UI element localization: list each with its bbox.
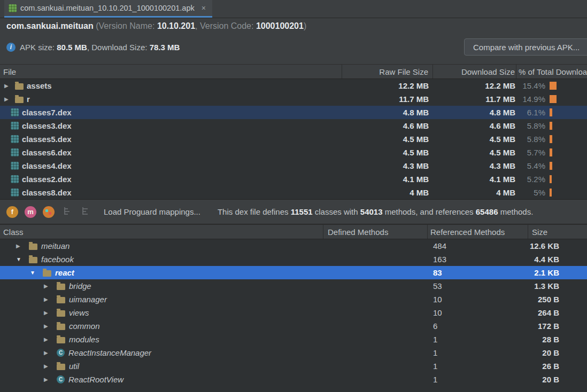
percent-cell: 14.9% xyxy=(516,95,587,104)
spacer xyxy=(0,60,587,64)
compare-with-previous-apk-button[interactable]: Compare with previous APK... xyxy=(464,38,587,56)
show-all-classes-toggle-icon[interactable] xyxy=(43,206,55,218)
expand-arrow-icon[interactable]: ▶ xyxy=(44,296,57,302)
package-folder-icon xyxy=(57,310,65,317)
column-header-raw-file-size[interactable]: Raw File Size xyxy=(342,65,433,79)
expand-arrow-icon[interactable]: ▶ xyxy=(4,83,15,89)
class-name: common xyxy=(69,322,100,331)
class-name-cell: ▶modules xyxy=(0,335,323,344)
percent-bar xyxy=(550,189,552,197)
file-name: r xyxy=(27,95,30,104)
expand-arrow-icon[interactable]: ▶ xyxy=(44,323,57,329)
percent-bar xyxy=(550,108,552,116)
download-size-value: 4.5 MB xyxy=(433,148,516,157)
class-row[interactable]: ▶CReactRootView120 B xyxy=(0,373,587,386)
class-row[interactable]: ▶bridge531.3 KB xyxy=(0,279,587,293)
class-name-cell: ▶views xyxy=(0,308,323,317)
expand-arrow-icon[interactable]: ▶ xyxy=(44,283,57,289)
file-row[interactable]: classes4.dex4.3 MB4.3 MB5.4% xyxy=(0,159,587,173)
raw-file-size-value: 4.1 MB xyxy=(342,175,433,184)
percent-bar xyxy=(550,122,552,130)
load-proguard-mappings-button[interactable]: Load Proguard mappings... xyxy=(104,207,200,216)
percent-bar xyxy=(550,135,552,143)
package-folder-icon xyxy=(43,270,51,277)
raw-file-size-value: 4.5 MB xyxy=(342,148,433,157)
class-row[interactable]: ▶meituan48412.6 KB xyxy=(0,239,587,253)
file-name: classes2.dex xyxy=(22,175,72,184)
show-fields-toggle-icon[interactable]: f xyxy=(6,206,18,218)
apk-tab-title: com.sankuai.meituan_10.10.201_1000100201… xyxy=(20,4,195,12)
expand-arrow-icon[interactable]: ▶ xyxy=(16,243,29,249)
percent-bar xyxy=(550,95,557,103)
referenced-methods-value: 1 xyxy=(428,362,528,371)
percent-bar xyxy=(550,148,552,156)
package-folder-icon xyxy=(57,364,65,370)
percent-cell: 5.8% xyxy=(516,121,587,130)
file-name: classes7.dex xyxy=(22,108,72,117)
class-row[interactable]: ▶views10264 B xyxy=(0,306,587,319)
folder-icon xyxy=(15,83,24,90)
size-value: 4.4 KB xyxy=(528,255,587,264)
class-row[interactable]: ▶util126 B xyxy=(0,359,587,373)
expand-arrow-icon[interactable]: ▶ xyxy=(44,350,57,356)
column-header-percent-of-total[interactable]: % of Total Download Size xyxy=(516,65,587,79)
expand-arrow-icon[interactable]: ▶ xyxy=(44,336,57,342)
expand-arrow-icon[interactable]: ▼ xyxy=(16,256,29,262)
column-header-referenced-methods[interactable]: Referenced Methods xyxy=(428,225,528,239)
size-value: 250 B xyxy=(528,295,587,304)
file-row[interactable]: ▶r11.7 MB11.7 MB14.9% xyxy=(0,92,587,106)
expand-all-icon[interactable] xyxy=(63,207,73,217)
expand-arrow-icon[interactable]: ▶ xyxy=(4,96,15,102)
class-row[interactable]: ▼react832.1 KB xyxy=(0,266,587,279)
percent-of-total-value: 5.7% xyxy=(516,148,545,157)
file-row[interactable]: classes6.dex4.5 MB4.5 MB5.7% xyxy=(0,146,587,159)
raw-file-size-value: 11.7 MB xyxy=(342,95,433,104)
class-name: util xyxy=(69,362,79,371)
class-row[interactable]: ▶uimanager10250 B xyxy=(0,293,587,306)
column-header-defined-methods[interactable]: Defined Methods xyxy=(323,225,428,239)
collapse-all-icon[interactable] xyxy=(81,207,91,217)
class-row[interactable]: ▶CReactInstanceManager120 B xyxy=(0,346,587,359)
download-size-label: , Download Size: xyxy=(87,43,150,52)
class-row[interactable]: ▶common6172 B xyxy=(0,319,587,333)
expand-arrow-icon[interactable]: ▶ xyxy=(44,310,57,316)
file-name: assets xyxy=(27,81,52,90)
class-name: ReactRootView xyxy=(68,375,123,384)
tab-close-icon[interactable]: × xyxy=(202,4,206,12)
apk-tab[interactable]: com.sankuai.meituan_10.10.201_1000100201… xyxy=(4,0,212,18)
referenced-methods-value: 1 xyxy=(428,375,528,384)
referenced-methods-value: 83 xyxy=(428,268,528,277)
dex-file-icon xyxy=(11,135,19,143)
percent-of-total-value: 5.4% xyxy=(516,161,545,170)
expand-arrow-icon[interactable]: ▼ xyxy=(30,270,43,276)
info-icon: i xyxy=(6,43,16,52)
class-table-body: ▶meituan48412.6 KB▼facebook1634.4 KB▼rea… xyxy=(0,239,587,392)
class-name: views xyxy=(69,308,89,317)
size-value: 172 B xyxy=(528,322,587,331)
column-header-size[interactable]: Size xyxy=(528,225,587,239)
file-name-cell: ▶r xyxy=(0,95,342,104)
column-header-file[interactable]: File xyxy=(0,65,342,79)
file-row[interactable]: classes8.dex4 MB4 MB5% xyxy=(0,186,587,199)
size-value: 28 B xyxy=(528,335,587,344)
column-header-class[interactable]: Class xyxy=(0,225,323,239)
file-row[interactable]: classes7.dex4.8 MB4.8 MB6.1% xyxy=(0,106,587,119)
expand-arrow-icon[interactable]: ▶ xyxy=(44,363,57,369)
raw-file-size-value: 12.2 MB xyxy=(342,81,433,90)
size-value: 20 B xyxy=(528,375,587,384)
class-row[interactable]: ▼facebook1634.4 KB xyxy=(0,253,587,266)
file-row[interactable]: classes2.dex4.1 MB4.1 MB5.2% xyxy=(0,173,587,186)
package-folder-icon xyxy=(29,257,37,263)
column-header-download-size[interactable]: Download Size xyxy=(433,65,516,79)
file-row[interactable]: classes3.dex4.6 MB4.6 MB5.8% xyxy=(0,119,587,132)
editor-tab-bar: com.sankuai.meituan_10.10.201_1000100201… xyxy=(0,0,587,18)
class-row[interactable]: ▶modules128 B xyxy=(0,333,587,346)
download-size-value: 4.6 MB xyxy=(433,121,516,130)
expand-arrow-icon[interactable]: ▶ xyxy=(44,377,57,382)
file-row[interactable]: ▶assets12.2 MB12.2 MB15.4% xyxy=(0,79,587,92)
referenced-methods-value: 10 xyxy=(428,308,528,317)
file-name-cell: classes7.dex xyxy=(0,108,342,117)
apk-size-label: APK size: xyxy=(20,43,57,52)
show-methods-toggle-icon[interactable]: m xyxy=(25,206,36,218)
file-row[interactable]: classes5.dex4.5 MB4.5 MB5.8% xyxy=(0,132,587,146)
